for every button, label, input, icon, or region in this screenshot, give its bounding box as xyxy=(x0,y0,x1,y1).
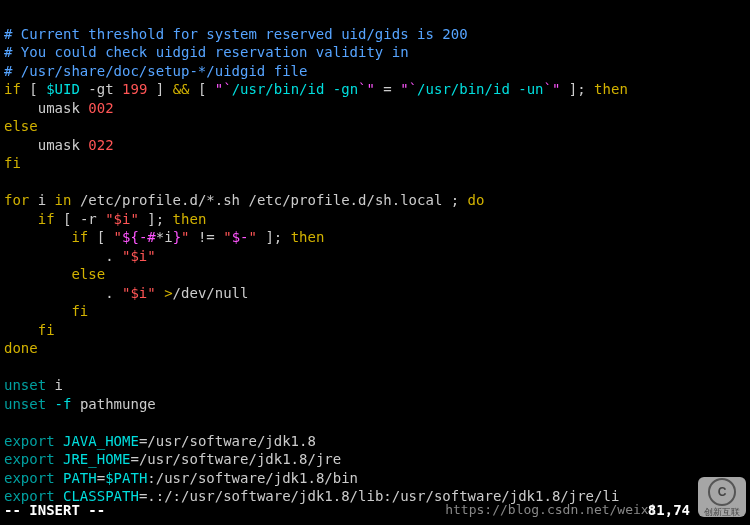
code-line: if [ -r "$i" ]; then xyxy=(4,211,206,227)
comment-line: # Current threshold for system reserved … xyxy=(4,26,468,42)
code-line: done xyxy=(4,340,38,356)
blank-line xyxy=(4,359,12,375)
watermark-url: https://blog.csdn.net/weixi... xyxy=(445,501,680,520)
code-line: unset -f pathmunge xyxy=(4,396,156,412)
code-line: export PATH=$PATH:/usr/software/jdk1.8/b… xyxy=(4,470,358,486)
code-line: fi xyxy=(4,303,88,319)
code-line: fi xyxy=(4,155,21,171)
code-line: unset i xyxy=(4,377,63,393)
code-line: else xyxy=(4,118,38,134)
comment-line: # You could check uidgid reservation val… xyxy=(4,44,409,60)
code-line: . "$i" xyxy=(4,248,156,264)
code-line: else xyxy=(4,266,105,282)
code-line: umask 022 xyxy=(4,137,114,153)
blank-line xyxy=(4,414,12,430)
code-line: export JRE_HOME=/usr/software/jdk1.8/jre xyxy=(4,451,341,467)
code-line: for i in /etc/profile.d/*.sh /etc/profil… xyxy=(4,192,484,208)
watermark-badge-icon: C xyxy=(708,478,736,506)
cursor-position: 81,74 xyxy=(648,501,690,520)
blank-line xyxy=(4,174,12,190)
watermark-badge-text: 创新互联 xyxy=(704,508,740,517)
code-line: export JAVA_HOME=/usr/software/jdk1.8 xyxy=(4,433,316,449)
comment-line: # /usr/share/doc/setup-*/uidgid file xyxy=(4,63,307,79)
code-line: if [ "${-#*i}" != "$-" ]; then xyxy=(4,229,324,245)
code-line: fi xyxy=(4,322,55,338)
code-line: umask 002 xyxy=(4,100,114,116)
code-line: if [ $UID -gt 199 ] && [ "`/usr/bin/id -… xyxy=(4,81,628,97)
vim-mode-indicator: -- INSERT -- xyxy=(4,501,105,520)
vim-editor[interactable]: # Current threshold for system reserved … xyxy=(0,0,750,506)
watermark-badge: C 创新互联 xyxy=(698,477,746,517)
code-line: . "$i" >/dev/null xyxy=(4,285,248,301)
